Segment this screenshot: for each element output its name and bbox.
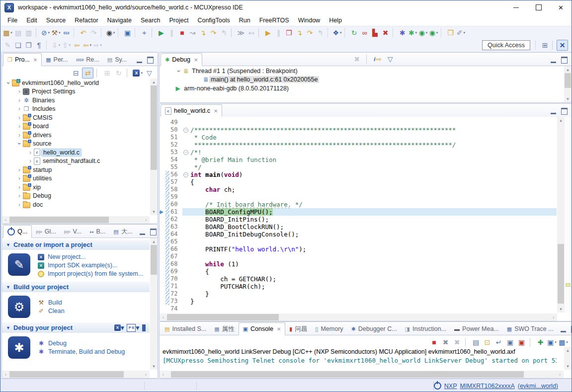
code-line-64[interactable]: 64 BOARD_InitDebugConsole(); <box>160 231 557 238</box>
view-menu-icon[interactable]: ▽ <box>144 68 155 78</box>
code-line-52[interactable]: 52 *************************************… <box>160 141 557 149</box>
minimize-view-icon[interactable] <box>551 57 556 63</box>
jlink-probe-button[interactable] <box>142 324 146 331</box>
annotate-icon[interactable]: ✐▾ <box>456 28 466 38</box>
debug-vscrollbar[interactable]: ▴ ▾ <box>564 66 572 102</box>
tab-swo-trace[interactable]: ▦SWO Trace ... <box>503 323 558 335</box>
tree-item-project-settings[interactable]: ›Project Settings <box>3 87 150 96</box>
mcuxpresso-x-icon[interactable]: X▾ <box>132 68 143 78</box>
terminate-icon[interactable]: ■ <box>429 337 439 347</box>
open-console-icon[interactable]: ▩▾ <box>558 337 569 347</box>
terminate-icon[interactable]: ■ <box>177 28 187 38</box>
menu-help[interactable]: Help <box>325 16 346 25</box>
next-annotation-icon[interactable]: ⇩▾ <box>51 40 61 50</box>
collapse-arrow-icon[interactable]: › <box>175 68 182 75</box>
code-line-61[interactable]: 61 BOARD_ConfigMPU(); <box>160 208 557 216</box>
maximize-view-icon[interactable] <box>561 57 568 64</box>
code-line-69[interactable]: 69 { <box>160 268 557 275</box>
tab-properties[interactable]: ▦属性 <box>210 323 238 335</box>
scroll-right-arrow[interactable]: › <box>556 371 564 378</box>
tree-item-utilities[interactable]: ›utilities <box>3 174 150 183</box>
show-on-stderr-icon[interactable]: ▣ <box>516 337 527 347</box>
menu-file[interactable]: File <box>3 16 22 25</box>
remove-all-launches-icon[interactable]: ✖ <box>452 337 462 347</box>
expand-arrow-icon[interactable]: › <box>16 105 23 112</box>
drop-to-frame-icon[interactable]: ↤ <box>246 28 256 38</box>
device-link[interactable]: MIMXRT1062xxxxA <box>460 383 515 390</box>
run-icon[interactable]: ◉▾ <box>418 28 428 38</box>
section-header-3[interactable]: ▼Debug your projectX▾P·E▾ <box>2 322 150 333</box>
tab-symbol-viewer[interactable]: ▤Sy... <box>103 54 131 66</box>
section-header-2[interactable]: ▼Build your project <box>2 282 150 292</box>
tree-item-cmsis[interactable]: ›CMSIS <box>3 113 150 122</box>
debug-icon[interactable]: ✱▾ <box>408 28 418 38</box>
step-over-alt-icon[interactable]: ↷ <box>305 28 315 38</box>
minimize-view-icon[interactable] <box>137 57 142 63</box>
scrollbar-thumb[interactable] <box>171 371 524 378</box>
clear-console-icon[interactable]: ▤ <box>471 337 481 347</box>
undo-icon[interactable]: ↶ <box>78 28 88 38</box>
terminate-build-debug-link[interactable]: ✱Terminate, Build and Debug <box>38 348 125 355</box>
trace-probe-icon[interactable]: ⌖ <box>139 28 150 38</box>
overview-marker[interactable] <box>566 283 571 287</box>
collapse-arrow-icon[interactable]: › <box>5 79 12 86</box>
code-line-53[interactable]: 53–/*! <box>160 149 557 156</box>
terminate-all-icon[interactable]: ❐ <box>284 28 294 38</box>
tree-item-xip[interactable]: ›xip <box>3 183 150 192</box>
tab-project-explorer[interactable]: ❒Pro...✕ <box>3 53 42 66</box>
tree-item-includes[interactable]: ›❒Includes <box>3 105 150 114</box>
editor-hscrollbar[interactable]: ‹ › <box>160 314 557 321</box>
pin-console-icon[interactable]: ✚ <box>535 337 546 347</box>
linkserver-probe-button[interactable]: X▾ <box>114 324 124 331</box>
expand-arrow-icon[interactable]: › <box>16 192 23 199</box>
pemicro-probe-button[interactable]: P·E▾ <box>127 324 139 332</box>
code-line-62[interactable]: 62 BOARD_InitPins(); <box>160 216 557 223</box>
scroll-right-arrow[interactable]: › <box>550 314 557 321</box>
code-line-54[interactable]: 54 * @brief Main function <box>160 156 557 163</box>
maximize-view-icon[interactable] <box>150 229 157 235</box>
project-tree-vscrollbar[interactable]: ▴ ▾ <box>150 78 158 215</box>
menu-freertos[interactable]: FreeRTOS <box>255 16 294 25</box>
suspend-icon[interactable]: ∥ <box>166 28 177 38</box>
close-button[interactable]: ✕ <box>550 0 572 15</box>
overview-ruler[interactable] <box>564 117 572 313</box>
project-tree-hscrollbar[interactable]: ‹ › <box>2 216 150 224</box>
menu-window[interactable]: Window <box>294 16 325 25</box>
minimize-view-icon[interactable] <box>140 229 145 235</box>
show-whitespace-icon[interactable]: ¶ <box>34 40 44 50</box>
debug-link[interactable]: ✱Debug <box>38 340 125 347</box>
scroll-lock-icon[interactable]: ⊡ <box>482 337 492 347</box>
expand-arrow-icon[interactable]: › <box>27 149 34 156</box>
scrollbar-thumb[interactable] <box>151 245 157 275</box>
sdk-console-icon[interactable]: ▣ <box>122 28 133 38</box>
show-on-stdout-icon[interactable]: ▣ <box>505 337 515 347</box>
tab-memory[interactable]: ▯Memory <box>311 323 347 335</box>
scroll-down-arrow[interactable]: ▾ <box>150 363 158 370</box>
link-with-editor-icon[interactable]: ⇄ <box>82 68 93 78</box>
tab-console[interactable]: ▣Console✕ <box>239 322 286 335</box>
new-wizard-icon[interactable]: ▩▾ <box>2 28 13 38</box>
pin-editor-icon[interactable]: ❏ <box>13 40 23 50</box>
tree-item-board[interactable]: ›board <box>3 122 150 131</box>
show-source-icon[interactable]: ❐ <box>23 40 34 50</box>
scroll-up-arrow[interactable]: ▴ <box>150 238 158 245</box>
tree-item-binaries[interactable]: ›✲Binaries <box>3 96 150 105</box>
maximize-button[interactable] <box>527 0 550 15</box>
tab-registers[interactable]: 1010Re... <box>72 54 103 66</box>
minimize-view-icon[interactable] <box>561 326 566 332</box>
display-console-icon[interactable]: ▣▾ <box>547 337 557 347</box>
menu-edit[interactable]: Edit <box>22 16 42 25</box>
scroll-up-arrow[interactable]: ▴ <box>564 66 572 73</box>
focus-view-icon[interactable]: ⊞ <box>102 68 112 78</box>
menu-project[interactable]: Project <box>165 16 193 25</box>
code-line-63[interactable]: 63 BOARD_BootClockRUN(); <box>160 223 557 231</box>
step-into-alt-icon[interactable]: ↴ <box>294 28 305 38</box>
menu-run[interactable]: Run <box>235 16 255 25</box>
fold-collapse-icon[interactable]: – <box>183 172 188 177</box>
expand-arrow-icon[interactable]: › <box>27 157 34 164</box>
redo-icon[interactable]: ↷ <box>88 28 99 38</box>
debug-thread-row[interactable]: ›≣Thread #1 1 (Suspended : Breakpoint) <box>161 67 564 76</box>
scrollbar-thumb[interactable] <box>9 217 109 223</box>
code-editor[interactable]: 4950–/**********************************… <box>160 117 557 313</box>
scroll-left-arrow[interactable]: ‹ <box>160 371 167 378</box>
